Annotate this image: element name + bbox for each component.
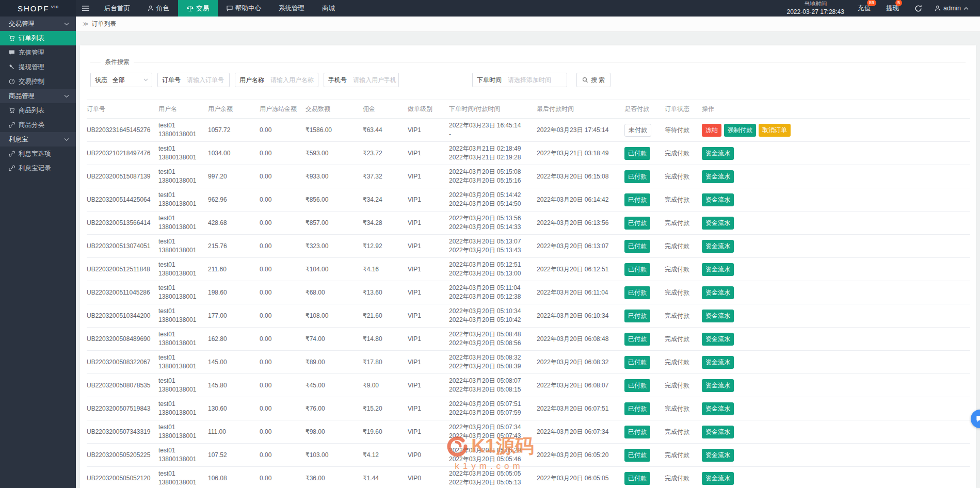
row-action-button[interactable]: 资金流水 (702, 286, 734, 299)
commission-cell: ₹23.72 (363, 142, 408, 165)
sidebar-item-order-list[interactable]: 订单列表 (0, 31, 76, 45)
level-cell: VIP0 (408, 444, 449, 467)
sidebar-group-interest[interactable]: 利息宝 (0, 132, 76, 147)
sidebar-item-label: 充值管理 (19, 48, 44, 57)
nav-item-roles[interactable]: 角色 (139, 0, 178, 17)
sidebar-group-goods[interactable]: 商品管理 (0, 89, 76, 103)
table-row: UB2203200512511848 test0113800138001 211… (87, 258, 970, 281)
sidebar-item-withdraw[interactable]: 提现管理 (0, 60, 76, 74)
nav-item-label: 帮助中心 (235, 4, 261, 13)
row-action-button[interactable]: 资金流水 (702, 147, 734, 160)
row-action-button[interactable]: 资金流水 (702, 402, 734, 415)
frozen-cell: 0.00 (260, 258, 306, 281)
level-cell: VIP1 (408, 420, 449, 444)
sidebar-group-trade[interactable]: 交易管理 (0, 17, 76, 31)
status-cell: 完成付款 (665, 374, 702, 397)
sidebar-item-recharge[interactable]: 充值管理 (0, 45, 76, 60)
table-row: UB2203200515087139 test0113800138001 997… (87, 165, 970, 188)
last-pay-time-cell: 2022年03月20日 06:07:34 (537, 420, 624, 444)
row-action-button[interactable]: 资金流水 (702, 310, 734, 322)
row-action-button[interactable]: 资金流水 (702, 170, 734, 183)
row-action-button[interactable]: 强制付款 (724, 124, 756, 137)
link-icon (9, 151, 15, 157)
row-action-button[interactable]: 资金流水 (702, 379, 734, 392)
order-time-input[interactable] (506, 73, 567, 87)
amount-cell: ₹104.00 (306, 258, 363, 281)
order-pay-time-cell: 2022年03月20日 05:10:342022年03月20日 05:10:42 (449, 304, 537, 328)
withdraw-shortcut[interactable]: 提现 5 (886, 4, 899, 13)
nav-item-label: 角色 (156, 4, 169, 13)
row-action-button[interactable]: 资金流水 (702, 193, 734, 206)
table-row: UB2203200508078535 test0113800138001 145… (87, 374, 970, 397)
row-action-button[interactable]: 资金流水 (702, 449, 734, 462)
link-icon (9, 122, 15, 128)
phone-input[interactable] (351, 73, 398, 87)
amount-cell: ₹593.00 (306, 142, 363, 165)
col-amount: 交易数额 (306, 100, 363, 119)
nav-item-mall[interactable]: 商城 (313, 0, 344, 17)
search-button[interactable]: 搜 索 (576, 73, 611, 87)
last-pay-time-cell: 2022年03月20日 06:11:04 (537, 281, 624, 304)
withdraw-count-badge: 5 (895, 0, 902, 6)
paid-cell: 已付款 (624, 304, 665, 328)
row-action-button[interactable]: 资金流水 (702, 240, 734, 253)
order-no-input[interactable] (185, 73, 229, 87)
last-pay-time-cell: 2022年03月20日 06:10:34 (537, 304, 624, 328)
row-action-button[interactable]: 资金流水 (702, 217, 734, 230)
commission-cell: ₹17.80 (363, 351, 408, 374)
user-cell: test0113800138001 (158, 351, 208, 374)
user-name-input[interactable] (268, 73, 318, 87)
chevron-up-icon (963, 7, 969, 10)
app-logo: SHOPFV10 (0, 0, 76, 17)
frozen-cell: 0.00 (260, 328, 306, 351)
paid-cell: 已付款 (624, 188, 665, 212)
sidebar-item-trade-control[interactable]: 交易控制 (0, 74, 76, 89)
row-action-button[interactable]: 资金流水 (702, 426, 734, 438)
phone-filter: 手机号 (324, 73, 399, 87)
table-row: UB2203231645145276 test0113800138001 105… (87, 119, 970, 142)
amount-cell: ₹74.00 (306, 328, 363, 351)
sidebar-item-interest-records[interactable]: 利息宝记录 (0, 161, 76, 175)
status-select[interactable]: 全部 (111, 73, 152, 87)
frozen-cell: 0.00 (260, 351, 306, 374)
order-no-cell: UB2203200505052120 (87, 467, 158, 488)
order-no-cell: UB2203200508489690 (87, 328, 158, 351)
col-last-pay-time: 最后付款时间 (537, 100, 624, 119)
nav-item-label: 交易 (196, 4, 209, 13)
last-pay-time-cell: 2022年03月20日 06:12:51 (537, 258, 624, 281)
row-action-button[interactable]: 资金流水 (702, 333, 734, 346)
sidebar-item-goods-category[interactable]: 商品分类 (0, 118, 76, 132)
last-pay-time-cell: 2022年03月20日 06:05:20 (537, 444, 624, 467)
chevron-down-icon (64, 22, 69, 26)
row-action-button[interactable]: 取消订单 (759, 124, 791, 137)
order-pay-time-cell: 2022年03月20日 05:13:072022年03月20日 05:13:43 (449, 235, 537, 258)
order-pay-time-cell: 2022年03月20日 05:07:512022年03月20日 05:07:59 (449, 397, 537, 420)
last-pay-time-cell: 2022年03月20日 06:08:32 (537, 351, 624, 374)
status-cell: 完成付款 (665, 165, 702, 188)
frozen-cell: 0.00 (260, 235, 306, 258)
sidebar-item-interest-options[interactable]: 利息宝选项 (0, 147, 76, 161)
user-cell: test0113800138001 (158, 212, 208, 235)
nav-item-system[interactable]: 系统管理 (270, 0, 313, 17)
nav-item-help-center[interactable]: 帮助中心 (218, 0, 270, 17)
row-action-button[interactable]: 资金流水 (702, 356, 734, 369)
breadcrumb: ≫ 订单列表 (76, 17, 980, 32)
actions-cell: 资金流水 (702, 188, 970, 212)
menu-toggle-icon[interactable] (76, 0, 95, 17)
user-cell: test0113800138001 (158, 467, 208, 488)
row-action-button[interactable]: 资金流水 (702, 472, 734, 485)
recharge-shortcut[interactable]: 充值 89 (858, 4, 871, 13)
row-action-button[interactable]: 冻结 (702, 124, 721, 137)
gauge-icon (9, 78, 15, 85)
sidebar-item-goods-list[interactable]: 商品列表 (0, 103, 76, 118)
last-pay-time-cell: 2022年03月20日 06:08:07 (537, 374, 624, 397)
row-action-button[interactable]: 资金流水 (702, 263, 734, 276)
user-menu[interactable]: admin (935, 5, 969, 12)
last-pay-time-cell: 2022年03月20日 06:14:42 (537, 188, 624, 212)
refresh-icon[interactable] (914, 5, 922, 12)
nav-item-trade[interactable]: 交易 (178, 0, 218, 17)
frozen-cell: 0.00 (260, 444, 306, 467)
frozen-cell: 0.00 (260, 304, 306, 328)
level-cell: VIP1 (408, 212, 449, 235)
nav-item-home[interactable]: 后台首页 (95, 0, 139, 17)
